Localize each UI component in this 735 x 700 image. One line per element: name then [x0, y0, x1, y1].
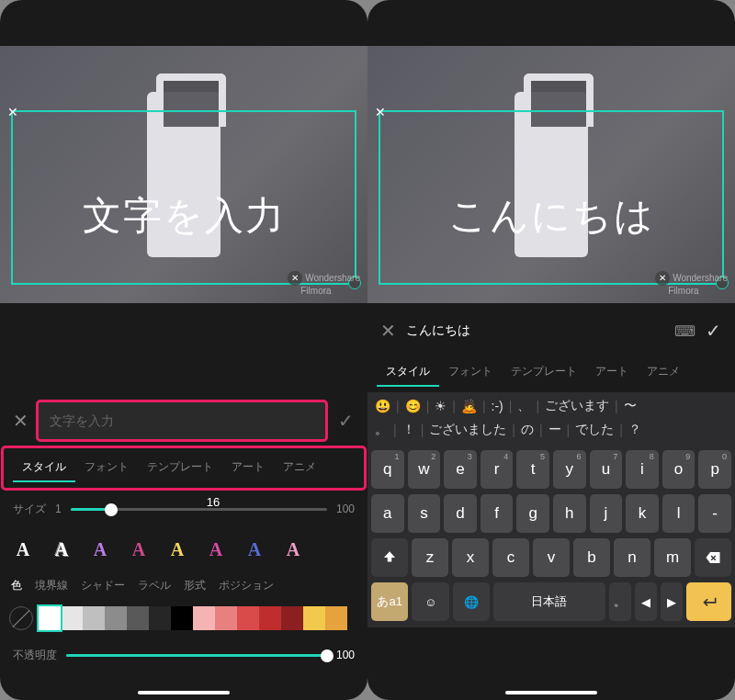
color-swatch[interactable]	[171, 606, 193, 630]
close-icon[interactable]: ✕	[11, 410, 29, 432]
key-p[interactable]: p0	[698, 450, 731, 489]
text-overlay-box[interactable]: ✕ こんにちは	[379, 110, 724, 285]
key-q[interactable]: q1	[371, 450, 404, 489]
style-preset[interactable]: A	[279, 536, 307, 563]
overlay-text[interactable]: こんにちは	[380, 190, 722, 242]
video-preview[interactable]: ✕ 文字を入力 ✕ Wondershare Filmora	[0, 46, 368, 303]
suggestion[interactable]: の	[521, 422, 534, 438]
opacity-slider[interactable]	[66, 645, 327, 665]
suggestion[interactable]: :-)	[492, 399, 503, 413]
key-g[interactable]: g	[516, 494, 549, 533]
key-i[interactable]: i8	[626, 450, 659, 489]
suggestion[interactable]: ？	[628, 422, 641, 438]
globe-key[interactable]: 🌐	[453, 582, 490, 621]
key-e[interactable]: e3	[444, 450, 477, 489]
text-input[interactable]	[39, 402, 325, 439]
color-swatch[interactable]	[281, 606, 303, 630]
space-key[interactable]: 日本語	[493, 582, 605, 621]
suggestion[interactable]: ございます	[545, 398, 609, 414]
subtab-color[interactable]: 色	[11, 578, 22, 593]
subtab-format[interactable]: 形式	[184, 578, 206, 593]
suggestion[interactable]: ☀	[435, 399, 447, 413]
color-swatch[interactable]	[149, 606, 171, 630]
no-color-icon[interactable]	[9, 606, 33, 630]
keyboard-icon[interactable]: ⌨	[674, 322, 693, 340]
key-y[interactable]: y6	[553, 450, 586, 489]
tab-art[interactable]: アート	[586, 358, 638, 387]
color-swatch[interactable]	[215, 606, 237, 630]
key-z[interactable]: z	[412, 538, 448, 577]
key-r[interactable]: r4	[481, 450, 514, 489]
overlay-text[interactable]: 文字を入力	[13, 190, 355, 242]
style-preset[interactable]: A	[202, 536, 230, 563]
key-v[interactable]: v	[533, 538, 570, 577]
confirm-icon[interactable]: ✓	[702, 320, 724, 342]
text-overlay-box[interactable]: ✕ 文字を入力	[11, 110, 356, 285]
video-preview[interactable]: ✕ こんにちは ✕ Wondershare Filmora	[368, 46, 735, 303]
color-swatch[interactable]	[39, 606, 61, 630]
subtab-border[interactable]: 境界線	[35, 578, 68, 593]
color-swatch[interactable]	[259, 606, 281, 630]
close-icon[interactable]: ✕	[6, 106, 19, 119]
key-t[interactable]: t5	[516, 450, 549, 489]
key-x[interactable]: x	[452, 538, 489, 577]
backspace-key[interactable]	[695, 538, 731, 577]
emoji-key[interactable]: ☺	[412, 582, 448, 621]
key-c[interactable]: c	[492, 538, 529, 577]
right-arrow-key[interactable]: ▶	[661, 582, 683, 621]
tab-anime[interactable]: アニメ	[274, 454, 325, 482]
left-arrow-key[interactable]: ◀	[635, 582, 657, 621]
key-d[interactable]: d	[444, 494, 477, 533]
confirm-icon[interactable]: ✓	[334, 410, 356, 432]
style-preset[interactable]: A	[86, 536, 114, 563]
color-swatch[interactable]	[83, 606, 105, 630]
key-n[interactable]: n	[614, 538, 650, 577]
style-preset[interactable]: A	[241, 536, 268, 563]
enter-key[interactable]	[686, 582, 731, 621]
key-k[interactable]: k	[626, 494, 659, 533]
lang-key[interactable]: あa1	[371, 582, 408, 621]
style-preset[interactable]: A	[48, 536, 75, 563]
color-swatch[interactable]	[105, 606, 127, 630]
tab-anime[interactable]: アニメ	[638, 358, 689, 387]
tab-style[interactable]: スタイル	[377, 358, 439, 387]
key-a[interactable]: a	[371, 494, 404, 533]
suggestion[interactable]: 🙇	[461, 399, 477, 413]
home-indicator[interactable]	[505, 691, 597, 694]
key-m[interactable]: m	[654, 538, 691, 577]
color-swatch[interactable]	[237, 606, 259, 630]
style-preset[interactable]: A	[125, 536, 153, 563]
key-w[interactable]: w2	[408, 450, 441, 489]
text-input[interactable]	[406, 316, 665, 345]
color-swatch[interactable]	[325, 606, 347, 630]
key--[interactable]: -	[698, 494, 731, 533]
key-h[interactable]: h	[553, 494, 586, 533]
period-key[interactable]: 。	[609, 582, 631, 621]
close-icon[interactable]: ✕	[379, 320, 397, 342]
key-j[interactable]: j	[590, 494, 623, 533]
tab-font[interactable]: フォント	[439, 358, 502, 387]
tab-style[interactable]: スタイル	[13, 454, 75, 482]
subtab-position[interactable]: ポジション	[219, 578, 274, 593]
subtab-shadow[interactable]: シャドー	[81, 578, 125, 593]
style-preset[interactable]: A	[9, 536, 37, 563]
suggestion[interactable]: ー	[548, 422, 561, 438]
color-swatch[interactable]	[61, 606, 83, 630]
color-swatch[interactable]	[127, 606, 149, 630]
suggestion[interactable]: 〜	[624, 398, 637, 414]
color-swatch[interactable]	[303, 606, 325, 630]
key-f[interactable]: f	[481, 494, 514, 533]
suggestion[interactable]: 、	[517, 398, 530, 414]
key-u[interactable]: u7	[590, 450, 623, 489]
home-indicator[interactable]	[138, 691, 230, 694]
key-b[interactable]: b	[573, 538, 610, 577]
size-slider[interactable]: 16	[71, 499, 327, 519]
suggestion[interactable]: でした	[575, 422, 614, 438]
suggestion[interactable]: ございました	[429, 422, 506, 438]
key-o[interactable]: o9	[662, 450, 695, 489]
suggestion[interactable]: 😊	[405, 399, 421, 413]
suggestion[interactable]: 😃	[375, 399, 390, 413]
suggestion[interactable]: ！	[402, 422, 415, 438]
tab-template[interactable]: テンプレート	[502, 358, 586, 387]
tab-art[interactable]: アート	[222, 454, 274, 482]
